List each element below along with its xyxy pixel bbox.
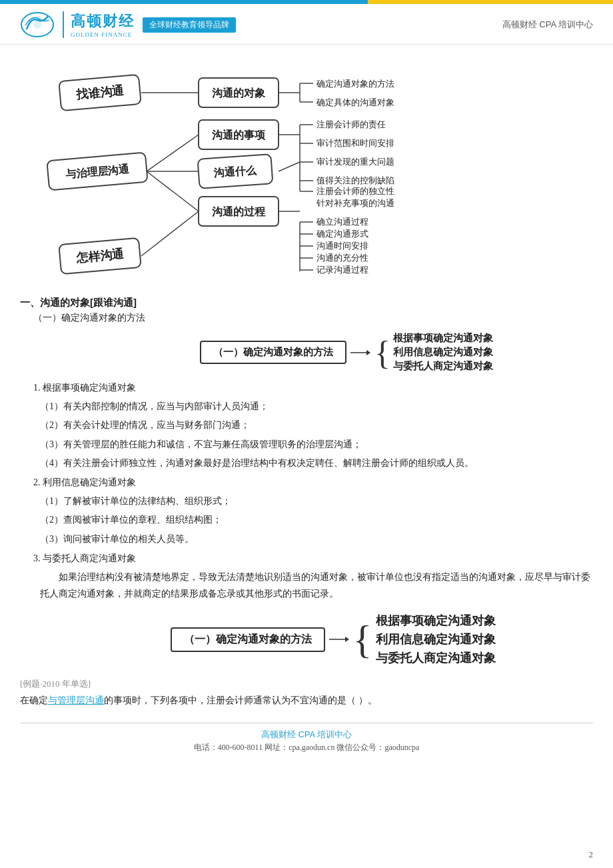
arrow-icon-2 <box>329 633 349 646</box>
arrow-right-1 <box>350 346 370 359</box>
point2-item3: （3）询问被审计单位的相关人员等。 <box>40 531 593 547</box>
svg-text:确定沟通形式: 确定沟通形式 <box>316 229 368 239</box>
svg-text:沟通的过程: 沟通的过程 <box>212 205 266 217</box>
point1-item1: （1）有关内部控制的情况，应当与内部审计人员沟通； <box>40 398 593 415</box>
example-question-end: 的事项时，下列各项中，注册会计师通常认为不宜沟通的是（ ）。 <box>104 695 377 705</box>
arrow-right-2 <box>329 633 349 646</box>
point3-desc: 如果治理结构没有被清楚地界定，导致无法清楚地识别适当的沟通对象，被审计单位也没有… <box>40 569 593 602</box>
svg-text:找谁沟通: 找谁沟通 <box>75 84 125 101</box>
page-header: 高顿财经 GOLDEN FINANCE 全球财经教育领导品牌 高顿财经 CPA … <box>0 4 613 45</box>
svg-text:注册会计师的独立性: 注册会计师的独立性 <box>316 186 394 196</box>
svg-text:沟通时间安排: 沟通时间安排 <box>316 241 368 251</box>
svg-text:沟通的充分性: 沟通的充分性 <box>316 253 368 263</box>
method-diagram-1: （一）确定沟通对象的方法 { 根据事项确定沟通对象 利用信息确定沟通对象 与委托… <box>20 332 593 373</box>
method-item-2-2: 利用信息确定沟通对象 <box>376 631 496 647</box>
svg-text:沟通的事项: 沟通的事项 <box>212 129 266 141</box>
footer-center-text: 高顿财经 CPA 培训中心 <box>20 729 593 741</box>
svg-text:记录沟通过程: 记录沟通过程 <box>316 265 368 275</box>
mindmap-svg: 找谁沟通 与治理层沟通 怎样沟通 沟通的对象 沟通的事项 沟通什么 <box>33 58 580 285</box>
svg-text:值得关注的控制缺陷: 值得关注的控制缺陷 <box>316 175 394 185</box>
logo-text: 高顿财经 GOLDEN FINANCE <box>63 11 135 38</box>
method-item-2-3: 与委托人商定沟通对象 <box>376 650 496 666</box>
method-item-1-2: 利用信息确定沟通对象 <box>393 346 493 359</box>
example-tag: [例题·2010 年单选] <box>20 675 593 692</box>
text-content-1: 1. 根据事项确定沟通对象 （1）有关内部控制的情况，应当与内部审计人员沟通； … <box>20 379 593 602</box>
example-question-start: 在确定 <box>20 695 48 705</box>
svg-text:与治理层沟通: 与治理层沟通 <box>65 163 130 180</box>
logo-sub-text: GOLDEN FINANCE <box>71 31 135 38</box>
example-question-text: 在确定与管理层沟通的事项时，下列各项中，注册会计师通常认为不宜沟通的是（ ）。 <box>20 692 593 709</box>
svg-line-13 <box>147 171 199 211</box>
svg-text:沟通什么: 沟通什么 <box>213 164 257 179</box>
method-item-1-1: 根据事项确定沟通对象 <box>393 332 493 345</box>
method-items-1: { 根据事项确定沟通对象 利用信息确定沟通对象 与委托人商定沟通对象 <box>374 332 493 373</box>
svg-marker-56 <box>345 637 349 642</box>
svg-text:审计范围和时间安排: 审计范围和时间安排 <box>316 138 394 148</box>
svg-marker-54 <box>366 350 370 355</box>
svg-text:沟通的对象: 沟通的对象 <box>212 87 266 99</box>
left-brace-2: { <box>353 619 372 659</box>
method-item-1-3: 与委托人商定沟通对象 <box>393 360 493 373</box>
svg-text:确定具体的沟通对象: 确定具体的沟通对象 <box>316 97 394 107</box>
point3-title: 3. 与委托人商定沟通对象 <box>33 550 593 567</box>
footer-info-text: 电话：400-600-8011 网址：cpa.gaodun.cn 微信公众号：g… <box>20 742 593 753</box>
svg-text:确定沟通对象的方法: 确定沟通对象的方法 <box>316 79 394 89</box>
arrow-icon-1 <box>350 346 370 359</box>
logo-main-text: 高顿财经 <box>71 11 135 31</box>
method-list-2: 根据事项确定沟通对象 利用信息确定沟通对象 与委托人商定沟通对象 <box>376 613 496 666</box>
svg-text:针对补充事项的沟通: 针对补充事项的沟通 <box>316 198 394 208</box>
svg-point-1 <box>33 21 41 29</box>
svg-line-11 <box>147 135 199 171</box>
point2-item2: （2）查阅被审计单位的章程、组织结构图； <box>40 511 593 528</box>
point2-title: 2. 利用信息确定沟通对象 <box>33 474 593 491</box>
page-footer: 高顿财经 CPA 培训中心 电话：400-600-8011 网址：cpa.gao… <box>20 723 593 756</box>
logo-area: 高顿财经 GOLDEN FINANCE 全球财经教育领导品牌 <box>20 11 236 39</box>
method-list-1: 根据事项确定沟通对象 利用信息确定沟通对象 与委托人商定沟通对象 <box>393 332 493 373</box>
example-section: [例题·2010 年单选] 在确定与管理层沟通的事项时，下列各项中，注册会计师通… <box>20 675 593 709</box>
mindmap-diagram: 找谁沟通 与治理层沟通 怎样沟通 沟通的对象 沟通的事项 沟通什么 <box>20 58 593 285</box>
main-content: 找谁沟通 与治理层沟通 怎样沟通 沟通的对象 沟通的事项 沟通什么 <box>0 45 613 723</box>
method-box-2: （一）确定沟通对象的方法 <box>171 627 325 652</box>
method-item-2-1: 根据事项确定沟通对象 <box>376 613 496 629</box>
section1-subtitle: （一）确定沟通对象的方法 <box>33 312 593 324</box>
point1-item2: （2）有关会计处理的情况，应当与财务部门沟通； <box>40 417 593 433</box>
logo-badge: 全球财经教育领导品牌 <box>143 17 236 33</box>
svg-text:怎样沟通: 怎样沟通 <box>75 247 125 265</box>
point1-item3: （3）有关管理层的胜任能力和诚信，不宜与兼任高级管理职务的治理层沟通； <box>40 436 593 453</box>
method-box-label-1: （一）确定沟通对象的方法 <box>213 346 333 357</box>
page-number: 2 <box>589 849 594 860</box>
svg-text:审计发现的重大问题: 审计发现的重大问题 <box>316 157 394 167</box>
svg-text:确立沟通过程: 确立沟通过程 <box>316 217 368 227</box>
example-underline-text: 与管理层沟通 <box>48 695 104 705</box>
svg-line-31 <box>279 162 300 171</box>
svg-line-20 <box>141 211 199 256</box>
logo-icon <box>20 11 55 39</box>
method-diagram-2: （一）确定沟通对象的方法 { 根据事项确定沟通对象 利用信息确定沟通对象 与委托… <box>20 613 593 666</box>
section1-title: 一、沟通的对象[跟谁沟通] <box>20 297 593 309</box>
point2-item1: （1）了解被审计单位的法律结构、组织形式； <box>40 493 593 509</box>
method-items-2: { 根据事项确定沟通对象 利用信息确定沟通对象 与委托人商定沟通对象 <box>353 613 496 666</box>
method-box-1: （一）确定沟通对象的方法 <box>200 341 346 364</box>
header-right-text: 高顿财经 CPA 培训中心 <box>502 19 593 31</box>
point1-item4: （4）有关注册会计师独立性，沟通对象最好是治理结构中有权决定聘任、解聘注册会计师… <box>40 455 593 471</box>
method-box-label-2: （一）确定沟通对象的方法 <box>184 633 312 645</box>
svg-text:注册会计师的责任: 注册会计师的责任 <box>316 119 386 129</box>
left-brace-1: { <box>374 336 390 369</box>
point1-title: 1. 根据事项确定沟通对象 <box>33 379 593 396</box>
